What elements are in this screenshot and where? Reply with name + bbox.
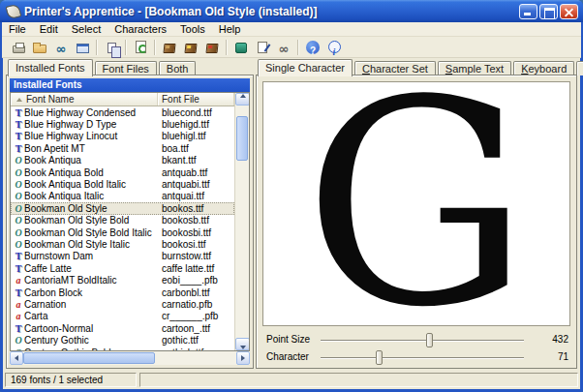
font-name-cell: aCarnation xyxy=(11,299,158,310)
tab-font-information[interactable]: Font Information xyxy=(576,61,583,75)
menu-help[interactable]: Help xyxy=(212,22,248,37)
font-list-row[interactable]: OBookman Old Stylebookos.ttf xyxy=(11,202,234,214)
opentype-font-icon: O xyxy=(13,167,24,178)
copy-icon[interactable] xyxy=(101,38,122,57)
font-file: carnatio.pfb xyxy=(158,299,234,310)
font-name: Book Antiqua xyxy=(24,155,81,166)
sort-ascending-icon xyxy=(16,98,22,102)
vertical-scrollbar[interactable] xyxy=(234,93,249,350)
font-list-row[interactable]: TCarbon Blockcarbonbl.ttf xyxy=(11,286,234,298)
truetype-font-icon: T xyxy=(13,119,24,130)
point-size-value: 432 xyxy=(530,334,568,345)
point-size-slider[interactable] xyxy=(321,340,524,342)
scroll-right-button[interactable] xyxy=(236,351,250,365)
horizontal-scrollbar[interactable] xyxy=(10,351,250,365)
opentype-font-icon: O xyxy=(13,227,24,238)
horizontal-scroll-thumb[interactable] xyxy=(23,352,155,364)
menu-file[interactable]: File xyxy=(2,22,33,37)
font-list-row[interactable]: TBlue Highway D Typebluehigd.ttf xyxy=(11,118,234,130)
font-name: Book Antiqua Bold xyxy=(24,167,104,178)
refresh-icon[interactable] xyxy=(130,38,151,57)
info-icon[interactable] xyxy=(323,38,345,57)
menu-select[interactable]: Select xyxy=(65,22,108,37)
scroll-up-button[interactable] xyxy=(235,93,250,106)
font-list-row[interactable]: OBook Antiqua Bold Italicantquabi.ttf xyxy=(11,178,234,190)
font-name: Caffe Latte xyxy=(24,263,72,274)
view-icon[interactable] xyxy=(273,38,294,57)
font-list-row[interactable]: OBook Antiquabkant.ttf xyxy=(11,155,234,166)
font-name-cell: TCartoon-Normal xyxy=(11,323,158,334)
font-list-row[interactable]: TCaffe Lattecaffe latte.ttf xyxy=(11,262,234,274)
font-name-cell: OBookman Old Style Italic xyxy=(11,239,158,250)
print-icon[interactable] xyxy=(8,38,29,57)
font-list-row[interactable]: aCantoriaMT BoldItaliceobi____.pfb xyxy=(11,274,234,286)
font-name-cell: TBlue Highway Condensed xyxy=(11,107,158,118)
scroll-track xyxy=(155,351,236,365)
tab-character-set[interactable]: Character Set xyxy=(354,61,436,75)
font-name-cell: OBook Antiqua Italic xyxy=(11,191,158,201)
font-name: Carnation xyxy=(24,299,66,310)
character-slider-row: Character 71 xyxy=(266,349,568,365)
tab-installed-fonts[interactable]: Installed Fonts xyxy=(8,59,93,76)
character-slider[interactable] xyxy=(321,357,524,359)
font-list-row[interactable]: OBook Antiqua Italicantquai.ttf xyxy=(11,191,234,202)
list-header: Font Name Font File xyxy=(11,93,234,106)
print-specimen-icon xyxy=(184,44,197,53)
font-name-cell: TBlue Highway D Type xyxy=(11,119,158,130)
font-name: Century Gothic Bold xyxy=(24,347,111,351)
edit-sample-icon[interactable] xyxy=(252,38,273,57)
font-list-row[interactable]: TBlue Highway Linocutbluehigl.ttf xyxy=(11,131,234,142)
print-booklet-icon[interactable] xyxy=(201,38,223,57)
font-name: Burnstown Dam xyxy=(24,251,93,261)
font-list-row[interactable]: TCartoon-Normalcartoon_.ttf xyxy=(11,322,234,334)
right-tabs: Single CharacterCharacter SetSample Text… xyxy=(256,59,583,75)
scroll-left-button[interactable] xyxy=(10,351,23,365)
font-list-row[interactable]: OCentury Gothicgothic.ttf xyxy=(11,334,234,346)
tab-single-character[interactable]: Single Character xyxy=(258,59,353,76)
font-file: carbonbl.ttf xyxy=(158,287,234,298)
print-catalog-icon[interactable] xyxy=(159,38,180,57)
print-specimen-icon[interactable] xyxy=(180,38,201,57)
font-name: Bookman Old Style Bold Italic xyxy=(24,227,152,238)
font-list-row[interactable]: OBookman Old Style Boldbookosb.ttf xyxy=(11,215,234,226)
tab-both[interactable]: Both xyxy=(159,61,197,75)
font-list-row[interactable]: OBookman Old Style Bold Italicbookosbi.t… xyxy=(11,226,234,238)
tab-sample-text[interactable]: Sample Text xyxy=(438,61,511,75)
point-size-slider-thumb[interactable] xyxy=(426,333,433,347)
font-list-row[interactable]: TBon Apetit MTboa.ttf xyxy=(11,142,234,154)
preview-panel: Single CharacterCharacter SetSample Text… xyxy=(256,58,577,369)
font-list-row[interactable]: TBlue Highway Condensedbluecond.ttf xyxy=(11,106,234,118)
font-list-row[interactable]: OBook Antiqua Boldantquab.ttf xyxy=(11,166,234,178)
right-tab-page: G Point Size 432 Character 71 xyxy=(256,75,577,369)
minimize-button[interactable] xyxy=(519,4,537,19)
font-name-cell: OCentury Gothic Bold xyxy=(11,347,158,351)
font-file: boa.ttf xyxy=(158,143,234,154)
menu-edit[interactable]: Edit xyxy=(33,22,65,37)
menu-tools[interactable]: Tools xyxy=(173,22,212,37)
maximize-button[interactable] xyxy=(539,4,558,19)
font-name: CantoriaMT BoldItalic xyxy=(24,275,116,286)
character-slider-thumb[interactable] xyxy=(376,350,383,365)
vertical-scroll-thumb[interactable] xyxy=(236,116,248,161)
menu-characters[interactable]: Characters xyxy=(107,22,173,37)
font-list-row[interactable]: TBurnstown Damburnstow.ttf xyxy=(11,251,234,262)
font-list-row[interactable]: OCentury Gothic Boldgothicb.ttf xyxy=(11,347,234,350)
column-header-font-file[interactable]: Font File xyxy=(158,93,234,106)
tab-keyboard[interactable]: Keyboard xyxy=(513,61,574,75)
font-file: cr______.pfb xyxy=(158,311,234,321)
close-button[interactable] xyxy=(560,4,578,19)
font-list-row[interactable]: aCarnationcarnatio.pfb xyxy=(11,298,234,310)
open-folder-icon[interactable] xyxy=(29,38,50,57)
font-list-row[interactable]: aCartacr______.pfb xyxy=(11,311,234,322)
tab-font-files[interactable]: Font Files xyxy=(95,61,157,75)
help-icon[interactable] xyxy=(302,38,323,57)
arrow-left-icon xyxy=(15,355,18,361)
column-header-font-name[interactable]: Font Name xyxy=(11,93,158,106)
font-listview: Font Name Font File TBlue Highway Conden… xyxy=(10,92,250,351)
manage-fonts-icon[interactable] xyxy=(230,38,252,57)
font-file: bookosi.ttf xyxy=(158,239,234,250)
install-font-icon[interactable] xyxy=(72,38,93,57)
preview-glasses-icon[interactable] xyxy=(50,38,72,57)
scroll-down-button[interactable] xyxy=(235,338,250,350)
font-list-row[interactable]: OBookman Old Style Italicbookosi.ttf xyxy=(11,238,234,250)
